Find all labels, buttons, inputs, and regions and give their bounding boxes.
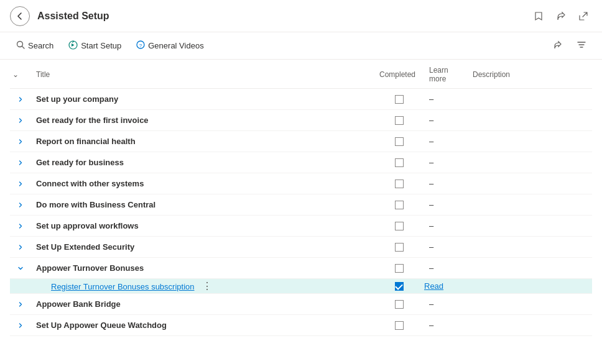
expand-collapse-button[interactable] — [15, 321, 26, 330]
header-actions — [530, 7, 592, 25]
learn-more-dash: – — [429, 94, 433, 104]
group-row-completed-cell — [374, 237, 424, 258]
group-row-description-cell — [468, 110, 592, 131]
group-row-learn-cell: – — [424, 216, 468, 237]
col-header-completed: Completed — [374, 60, 424, 89]
page-title: Assisted Setup — [37, 11, 530, 22]
completed-checkbox[interactable] — [395, 282, 404, 291]
col-header-learn-line2: more — [429, 75, 463, 83]
row-expand-cell — [10, 173, 31, 194]
table-row: Set Up Extended Security– — [10, 237, 592, 258]
row-expand-cell — [10, 131, 31, 152]
group-row-learn-cell: – — [424, 131, 468, 152]
group-row-completed-cell — [374, 152, 424, 173]
group-row-title-cell: Set Up Extended Security — [31, 237, 374, 258]
group-row-description-cell — [468, 194, 592, 216]
expand-button[interactable] — [575, 7, 592, 25]
child-row-learn-cell: Read — [424, 279, 468, 294]
group-row-title: Appower Bank Bridge — [36, 299, 121, 309]
group-row-description-cell — [468, 258, 592, 279]
group-row-description-cell — [468, 294, 592, 315]
row-expand-cell — [10, 152, 31, 173]
learn-more-dash: – — [429, 221, 433, 230]
group-row-learn-cell: – — [424, 315, 468, 336]
table-row: Get ready for the first invoice– — [10, 110, 592, 131]
group-row-title: Report on financial health — [36, 137, 136, 146]
group-row-title-cell: Do more with Business Central — [31, 194, 374, 216]
expand-collapse-button[interactable] — [15, 264, 26, 273]
group-row-title-cell: Appower Bank Bridge — [31, 294, 374, 315]
row-context-menu-button[interactable]: ⋮ — [200, 279, 215, 293]
completed-checkbox[interactable] — [395, 321, 404, 330]
group-row-description-cell — [468, 89, 592, 110]
learn-more-dash: – — [429, 179, 433, 188]
group-row-title-cell: Report on financial health — [31, 131, 374, 152]
group-row-title: Get ready for the first invoice — [36, 116, 149, 125]
expand-collapse-button[interactable] — [15, 116, 26, 125]
child-row-indent — [10, 279, 31, 294]
learn-more-link[interactable]: Read — [424, 281, 443, 291]
table-row: Set up approval workflows– — [10, 216, 592, 237]
child-row-title-link[interactable]: Register Turnover Bonuses subscription — [51, 282, 195, 291]
search-label: Search — [28, 41, 53, 50]
completed-checkbox[interactable] — [395, 201, 404, 209]
child-row-title-cell: Register Turnover Bonuses subscription⋮ — [31, 279, 374, 294]
learn-more-dash: – — [429, 158, 433, 167]
group-row-learn-cell: – — [424, 110, 468, 131]
general-videos-button[interactable]: ? General Videos — [130, 37, 210, 54]
group-row-completed-cell — [374, 258, 424, 279]
completed-checkbox[interactable] — [395, 264, 404, 273]
group-row-completed-cell — [374, 173, 424, 194]
completed-checkbox[interactable] — [395, 180, 404, 188]
filter-button[interactable] — [571, 37, 592, 54]
toolbar-share-button[interactable] — [547, 37, 568, 54]
search-button[interactable]: Search — [10, 37, 60, 54]
expand-collapse-button[interactable] — [15, 137, 26, 146]
group-row-description-cell — [468, 173, 592, 194]
group-row-description-cell — [468, 315, 592, 336]
row-expand-cell — [10, 110, 31, 131]
filter-icon — [577, 40, 586, 51]
expand-collapse-button[interactable] — [15, 180, 26, 188]
expand-collapse-button[interactable] — [15, 300, 26, 309]
expand-collapse-button[interactable] — [15, 158, 26, 167]
start-setup-icon — [68, 40, 78, 52]
group-row-title-cell: Set up your company — [31, 89, 374, 110]
completed-checkbox[interactable] — [395, 222, 404, 230]
sort-icon: ⌄ — [12, 70, 19, 79]
group-row-learn-cell: – — [424, 258, 468, 279]
col-header-title: Title — [31, 60, 374, 89]
table-row: Set up your company– — [10, 89, 592, 110]
bookmark-button[interactable] — [530, 7, 547, 25]
group-row-learn-cell: – — [424, 89, 468, 110]
learn-more-dash: – — [429, 242, 433, 252]
group-row-completed-cell — [374, 89, 424, 110]
group-row-title-cell: Connect with other systems — [31, 173, 374, 194]
row-expand-cell — [10, 237, 31, 258]
row-expand-cell — [10, 89, 31, 110]
back-button[interactable] — [10, 6, 30, 26]
completed-checkbox[interactable] — [395, 300, 404, 309]
completed-checkbox[interactable] — [395, 137, 404, 146]
search-icon — [16, 40, 25, 51]
group-row-learn-cell: – — [424, 237, 468, 258]
completed-checkbox[interactable] — [395, 116, 404, 125]
table-row: Get ready for business– — [10, 152, 592, 173]
expand-collapse-button[interactable] — [15, 201, 26, 209]
start-setup-button[interactable]: Start Setup — [62, 37, 127, 55]
table-row: Appower Turnover Bonuses– — [10, 258, 592, 279]
table-row: Appower Bank Bridge– — [10, 294, 592, 315]
group-row-learn-cell: – — [424, 294, 468, 315]
learn-more-dash: – — [429, 321, 433, 330]
start-setup-label: Start Setup — [81, 41, 121, 50]
expand-collapse-button[interactable] — [15, 243, 26, 252]
expand-collapse-button[interactable] — [15, 95, 26, 104]
completed-checkbox[interactable] — [395, 243, 404, 252]
row-expand-cell — [10, 194, 31, 216]
completed-checkbox[interactable] — [395, 95, 404, 104]
share-button[interactable] — [552, 7, 570, 25]
toolbar: Search Start Setup ? General Videos — [0, 32, 602, 60]
expand-collapse-button[interactable] — [15, 222, 26, 230]
table-row: Report on financial health– — [10, 131, 592, 152]
completed-checkbox[interactable] — [395, 158, 404, 167]
